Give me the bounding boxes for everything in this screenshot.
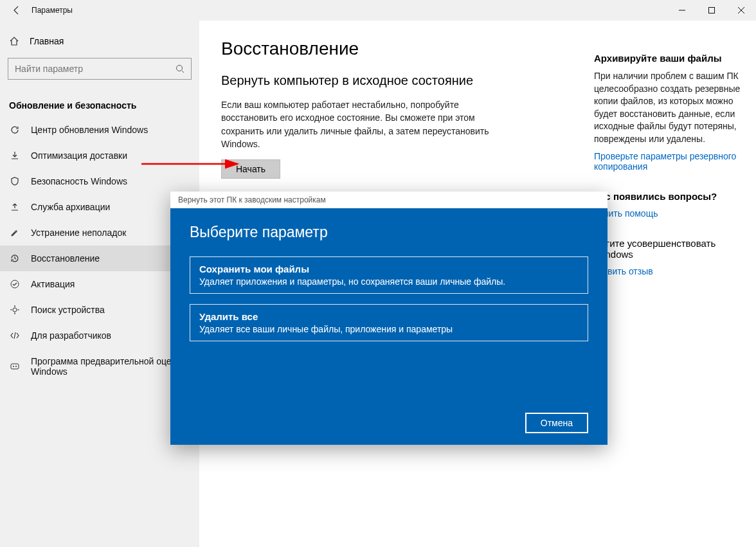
minimize-button[interactable] [667, 0, 697, 21]
option-remove-everything[interactable]: Удалить все Удаляет все ваши личные файл… [190, 304, 588, 341]
feedback-link[interactable]: ставить отзыв [594, 266, 741, 276]
svg-point-7 [13, 308, 17, 312]
aside-backup-heading: Архивируйте ваши файлы [594, 53, 741, 64]
check-icon [9, 279, 21, 289]
sidebar-item-developers[interactable]: Для разработчиков [0, 323, 199, 348]
backup-settings-link[interactable]: Проверьте параметры резервного копирован… [594, 151, 741, 172]
sidebar: Главная Обновление и безопасность Центр … [0, 21, 199, 547]
history-icon [9, 253, 21, 264]
window-title: Параметры [31, 6, 73, 15]
insider-icon [9, 361, 21, 372]
section-heading: Вернуть компьютер в исходное состояние [221, 73, 567, 88]
download-icon [9, 150, 21, 161]
reset-pc-dialog: Вернуть этот ПК к заводским настройкам В… [170, 192, 608, 445]
sidebar-item-label: Оптимизация доставки [31, 150, 127, 161]
sidebar-item-activation[interactable]: Активация [0, 271, 199, 297]
backup-icon [9, 202, 21, 212]
wrench-icon [9, 228, 21, 238]
aside-questions-heading: вас появились вопросы? [594, 191, 741, 202]
dialog-heading: Выберите параметр [190, 224, 588, 241]
sidebar-item-label: Безопасность Windows [31, 176, 127, 186]
info-panel: Архивируйте ваши файлы При наличии пробл… [589, 21, 756, 547]
sidebar-item-label: Центр обновления Windows [31, 125, 148, 135]
section-description: Если ваш компьютер работает нестабильно,… [221, 98, 491, 150]
sidebar-item-label: Восстановление [31, 253, 100, 264]
sidebar-item-backup[interactable]: Служба архивации [0, 194, 199, 220]
sidebar-item-recovery[interactable]: Восстановление [0, 246, 199, 271]
svg-line-5 [182, 71, 184, 73]
svg-rect-1 [709, 8, 715, 13]
get-help-link[interactable]: лучить помощь [594, 208, 741, 219]
sidebar-group-title: Обновление и безопасность [0, 85, 199, 117]
option-title: Сохранить мои файлы [199, 264, 579, 274]
shield-icon [9, 176, 21, 186]
sidebar-item-delivery-optimization[interactable]: Оптимизация доставки [0, 143, 199, 168]
home-icon [9, 36, 21, 46]
dev-icon [9, 330, 21, 341]
svg-rect-8 [11, 364, 19, 369]
back-button[interactable] [3, 0, 31, 21]
cancel-button[interactable]: Отмена [525, 413, 588, 433]
start-button[interactable]: Начать [221, 159, 280, 179]
locate-icon [9, 305, 21, 315]
aside-feedback-heading: могите усовершенствовать Windows [594, 238, 741, 260]
aside-backup-text: При наличии проблем с вашим ПК целесообр… [594, 70, 741, 146]
option-keep-files[interactable]: Сохранить мои файлы Удаляет приложения и… [190, 256, 588, 294]
sidebar-item-label: Поиск устройства [31, 305, 105, 315]
svg-point-4 [177, 66, 183, 71]
sync-icon [9, 125, 21, 135]
maximize-button[interactable] [697, 0, 726, 21]
option-desc: Удаляет все ваши личные файлы, приложени… [199, 324, 579, 334]
svg-point-9 [13, 366, 14, 367]
sidebar-item-find-device[interactable]: Поиск устройства [0, 297, 199, 323]
sidebar-item-insider[interactable]: Программа предварительной оценки Windows [0, 348, 199, 384]
sidebar-home[interactable]: Главная [0, 30, 199, 53]
search-input[interactable] [15, 64, 176, 74]
sidebar-item-label: Служба архивации [31, 202, 110, 212]
sidebar-item-label: Для разработчиков [31, 330, 111, 341]
dialog-title: Вернуть этот ПК к заводским настройкам [170, 192, 608, 208]
sidebar-item-label: Устранение неполадок [31, 228, 126, 238]
option-title: Удалить все [199, 311, 579, 322]
sidebar-item-troubleshoot[interactable]: Устранение неполадок [0, 220, 199, 246]
svg-point-10 [15, 366, 17, 367]
close-button[interactable] [726, 0, 756, 21]
search-icon [176, 64, 184, 73]
option-desc: Удаляет приложения и параметры, но сохра… [199, 276, 579, 287]
search-box[interactable] [8, 58, 192, 80]
sidebar-item-windows-update[interactable]: Центр обновления Windows [0, 117, 199, 143]
svg-point-6 [11, 280, 19, 288]
page-heading: Восстановление [221, 39, 567, 59]
sidebar-item-label: Активация [31, 279, 75, 289]
sidebar-item-security[interactable]: Безопасность Windows [0, 168, 199, 194]
sidebar-home-label: Главная [30, 36, 64, 46]
sidebar-item-label: Программа предварительной оценки Windows [31, 356, 190, 377]
titlebar: Параметры [0, 0, 756, 21]
